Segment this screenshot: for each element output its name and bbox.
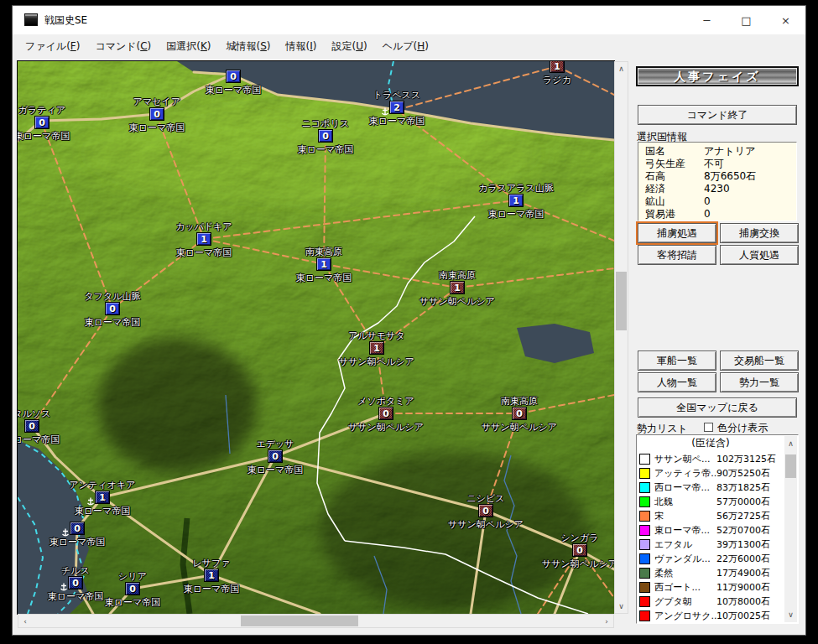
city-marker[interactable]: 1: [95, 491, 110, 504]
faction-name: アッティラ帝...: [654, 467, 716, 480]
city-marker[interactable]: 1: [204, 569, 219, 582]
faction-name: グプタ朝: [654, 595, 716, 608]
menu-item-info[interactable]: 情報(I): [279, 36, 325, 57]
scroll-up-icon[interactable]: ∧: [615, 62, 628, 75]
power-list-row[interactable]: 北魏57万0000石: [639, 495, 784, 509]
faction-kokudaka: 17万4900石: [716, 567, 770, 579]
city-marker[interactable]: 1: [369, 341, 384, 355]
faction-kokudaka: 83万1825石: [716, 481, 770, 494]
terrain-map: [18, 61, 614, 614]
trade-ship-list-button[interactable]: 交易船一覧: [720, 351, 799, 371]
power-list-scroll-thumb[interactable]: [785, 454, 796, 478]
map-horizontal-scrollbar[interactable]: ‹ ›: [18, 614, 614, 628]
map-viewport[interactable]: ガラティア0東ローマ帝国アマセイア0東ローマ帝国0東ローマ帝国ニコポリス0東ロー…: [17, 60, 615, 615]
city-marker[interactable]: 0: [318, 129, 333, 143]
country-info-key: 国名: [645, 145, 704, 158]
faction-color-swatch: [639, 482, 650, 493]
city-marker[interactable]: 1: [450, 281, 465, 294]
scrollbar-corner: [614, 614, 628, 628]
city-marker[interactable]: 0: [105, 302, 120, 315]
faction-kokudaka: 57万0000石: [716, 496, 770, 508]
prisoner-treatment-button[interactable]: 捕虜処遇: [638, 223, 716, 243]
power-list-row[interactable]: 西ゴート...11万9000石: [639, 580, 784, 595]
country-info-row: 鉱山0: [638, 195, 796, 208]
vertical-scroll-thumb[interactable]: [616, 272, 627, 330]
menu-item-castle-info[interactable]: 城情報(S): [219, 36, 279, 57]
city-marker[interactable]: 0: [68, 576, 83, 589]
prisoner-exchange-button[interactable]: 捕虜交換: [720, 223, 799, 243]
side-panel: 人事フェイズ 資金残高 129990 コマンド終了 選択国情報 国名アナトリア弓…: [636, 61, 799, 636]
city-marker[interactable]: 0: [125, 582, 140, 595]
faction-color-swatch: [639, 525, 650, 536]
menu-item-command[interactable]: コマンド(C): [87, 36, 159, 57]
city-marker[interactable]: 2: [389, 101, 404, 114]
title-bar: 戦国史SE ─ □ ×: [13, 6, 805, 34]
power-list-button[interactable]: 勢力一覧: [720, 372, 799, 392]
power-list-row[interactable]: ヴァンダル...22万6000石: [639, 552, 784, 566]
country-info-value: 不可: [704, 158, 724, 170]
city-marker[interactable]: 0: [24, 419, 39, 433]
guest-general-invite-button[interactable]: 客将招請: [638, 245, 716, 265]
maximize-button[interactable]: □: [727, 6, 766, 34]
country-info-key: 経済: [645, 183, 704, 195]
faction-name: 西ゴート...: [654, 581, 716, 594]
faction-color-swatch: [639, 496, 650, 507]
person-list-button[interactable]: 人物一覧: [638, 372, 716, 392]
city-marker[interactable]: 0: [378, 407, 393, 420]
power-list-scrollbar[interactable]: ∧ ∨: [784, 436, 797, 622]
menu-item-help[interactable]: ヘルプ(H): [375, 36, 436, 57]
power-list-row[interactable]: エフタル39万1300石: [639, 538, 784, 552]
country-info-key: 弓矢生産: [645, 158, 704, 170]
city-marker[interactable]: 0: [512, 407, 527, 420]
scroll-left-icon[interactable]: ‹: [18, 615, 32, 627]
city-marker[interactable]: 0: [572, 543, 587, 557]
horizontal-scroll-thumb[interactable]: [241, 615, 358, 626]
city-marker[interactable]: 0: [34, 116, 49, 129]
city-marker[interactable]: 0: [268, 449, 283, 463]
city-marker[interactable]: 1: [196, 232, 211, 246]
warship-list-button[interactable]: 軍船一覧: [638, 351, 716, 371]
power-list-row[interactable]: ササン朝ペ...102万3125石: [639, 452, 784, 466]
power-list-row[interactable]: 西ローマ帝...83万1825石: [639, 480, 784, 495]
city-marker[interactable]: 0: [70, 522, 85, 535]
scroll-right-icon[interactable]: ›: [600, 615, 613, 627]
power-list[interactable]: (臣従含) ササン朝ペ...102万3125石アッティラ帝...90万5250石…: [636, 434, 799, 624]
faction-color-swatch: [639, 454, 650, 465]
city-marker[interactable]: 0: [226, 70, 241, 83]
color-toggle-checkbox[interactable]: [704, 423, 713, 432]
city-marker[interactable]: 1: [508, 194, 524, 207]
power-list-row[interactable]: 東ローマ帝...52万0700石: [639, 523, 784, 538]
menu-item-country-select[interactable]: 国選択(K): [159, 36, 218, 57]
hostage-treatment-button[interactable]: 人質処遇: [720, 245, 799, 265]
city-marker[interactable]: 1: [550, 60, 565, 73]
power-list-row[interactable]: アングロサク...10万0025石: [639, 609, 784, 621]
map-vertical-scrollbar[interactable]: ∧ ∨: [614, 61, 628, 614]
power-list-row[interactable]: グプタ朝10万8000石: [639, 595, 784, 609]
close-button[interactable]: ×: [766, 6, 805, 34]
country-info-key: 鉱山: [645, 195, 704, 208]
menu-item-settings[interactable]: 設定(U): [324, 36, 374, 57]
power-list-row[interactable]: 宋56万2725石: [639, 509, 784, 523]
faction-color-swatch: [639, 468, 650, 479]
scroll-up-icon[interactable]: ∧: [784, 438, 797, 449]
city-marker[interactable]: 0: [149, 107, 164, 121]
menu-item-file[interactable]: ファイル(F): [18, 36, 87, 57]
country-info-row: 弓矢生産不可: [638, 158, 796, 170]
faction-name: 宋: [654, 510, 716, 522]
faction-color-swatch: [639, 511, 650, 522]
faction-kokudaka: 56万2725石: [716, 510, 770, 522]
faction-kokudaka: 39万1300石: [716, 538, 770, 551]
power-list-row[interactable]: アッティラ帝...90万5250石: [639, 466, 784, 480]
scroll-down-icon[interactable]: ∨: [784, 609, 797, 621]
faction-color-swatch: [639, 568, 650, 579]
city-marker[interactable]: 0: [478, 504, 493, 517]
power-list-row[interactable]: 柔然17万4900石: [639, 566, 784, 580]
faction-color-swatch: [639, 582, 650, 593]
scroll-down-icon[interactable]: ∨: [615, 600, 628, 613]
faction-name: ササン朝ペ...: [654, 453, 716, 465]
faction-name: 西ローマ帝...: [654, 481, 716, 494]
city-marker[interactable]: 1: [316, 257, 331, 271]
end-command-button[interactable]: コマンド終了: [638, 105, 797, 125]
minimize-button[interactable]: ─: [687, 6, 727, 34]
back-to-map-button[interactable]: 全国マップに戻る: [638, 397, 797, 418]
